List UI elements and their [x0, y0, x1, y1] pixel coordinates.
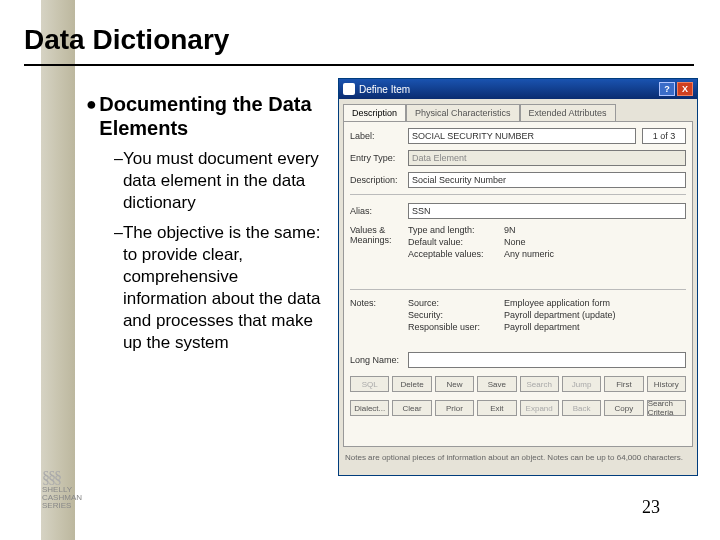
first-button[interactable]: First — [604, 376, 643, 392]
decorative-side-bar — [41, 0, 75, 540]
button-row-1: SQL Delete New Save Search Jump First Hi… — [350, 376, 686, 392]
divider — [350, 194, 686, 195]
bullet-sub2-text: The objective is the same: to provide cl… — [123, 222, 326, 354]
description-field[interactable]: Social Security Number — [408, 172, 686, 188]
kv-val: None — [504, 237, 526, 247]
jump-button[interactable]: Jump — [562, 376, 601, 392]
long-name-field[interactable] — [408, 352, 686, 368]
bullet-dash: – — [114, 148, 123, 214]
kv-val: 9N — [504, 225, 516, 235]
slide-title: Data Dictionary — [24, 24, 229, 56]
search-criteria-button[interactable]: Search Criteria — [647, 400, 686, 416]
kv-key: Type and length: — [408, 225, 504, 235]
define-item-dialog: Define Item ? X Description Physical Cha… — [338, 78, 698, 476]
notes-box: Source:Employee application form Securit… — [408, 298, 686, 334]
help-button[interactable]: ? — [659, 82, 675, 96]
kv-val: Payroll department (update) — [504, 310, 616, 320]
app-icon — [343, 83, 355, 95]
bullet-level2: – The objective is the same: to provide … — [114, 222, 326, 354]
bullet-level1: ● Documenting the Data Elements — [86, 92, 326, 140]
values-box: Type and length:9N Default value:None Ac… — [408, 225, 686, 261]
sql-button[interactable]: SQL — [350, 376, 389, 392]
record-counter: 1 of 3 — [642, 128, 686, 144]
tab-physical[interactable]: Physical Characteristics — [406, 104, 520, 122]
kv-val: Any numeric — [504, 249, 554, 259]
bullet-list: ● Documenting the Data Elements – You mu… — [86, 92, 326, 354]
divider — [350, 289, 686, 290]
close-button[interactable]: X — [677, 82, 693, 96]
bullet-dot: ● — [86, 92, 99, 140]
long-name-label: Long Name: — [350, 355, 408, 365]
description-label: Description: — [350, 175, 408, 185]
notes-label: Notes: — [350, 298, 408, 334]
label-field[interactable]: SOCIAL SECURITY NUMBER — [408, 128, 636, 144]
tab-extended[interactable]: Extended Attributes — [520, 104, 616, 122]
exit-button[interactable]: Exit — [477, 400, 516, 416]
button-row-2: Dialect... Clear Prior Exit Expand Back … — [350, 400, 686, 416]
back-button[interactable]: Back — [562, 400, 601, 416]
tab-panel: Label: SOCIAL SECURITY NUMBER 1 of 3 Ent… — [343, 121, 693, 447]
bullet-sub1-text: You must document every data element in … — [123, 148, 326, 214]
history-button[interactable]: History — [647, 376, 686, 392]
dialog-footnote: Notes are optional pieces of information… — [339, 453, 697, 467]
delete-button[interactable]: Delete — [392, 376, 431, 392]
kv-key: Security: — [408, 310, 504, 320]
title-underline — [24, 64, 694, 66]
page-number: 23 — [642, 497, 660, 518]
dialog-titlebar[interactable]: Define Item ? X — [339, 79, 697, 99]
bullet-dash: – — [114, 222, 123, 354]
tab-strip: Description Physical Characteristics Ext… — [339, 99, 697, 121]
entry-type-label: Entry Type: — [350, 153, 408, 163]
alias-label: Alias: — [350, 206, 408, 216]
kv-key: Default value: — [408, 237, 504, 247]
alias-field[interactable]: SSN — [408, 203, 686, 219]
kv-key: Acceptable values: — [408, 249, 504, 259]
label-label: Label: — [350, 131, 408, 141]
dialect-button[interactable]: Dialect... — [350, 400, 389, 416]
series-logo: §§§ SHELLY CASHMAN SERIES — [42, 470, 112, 510]
dialog-title-text: Define Item — [359, 84, 410, 95]
copy-button[interactable]: Copy — [604, 400, 643, 416]
entry-type-field: Data Element — [408, 150, 686, 166]
kv-val: Employee application form — [504, 298, 610, 308]
save-button[interactable]: Save — [477, 376, 516, 392]
new-button[interactable]: New — [435, 376, 474, 392]
search-button[interactable]: Search — [520, 376, 559, 392]
prior-button[interactable]: Prior — [435, 400, 474, 416]
values-label: Values & Meanings: — [350, 225, 408, 261]
tab-description[interactable]: Description — [343, 104, 406, 122]
expand-button[interactable]: Expand — [520, 400, 559, 416]
clear-button[interactable]: Clear — [392, 400, 431, 416]
kv-key: Responsible user: — [408, 322, 504, 332]
kv-val: Payroll department — [504, 322, 580, 332]
bullet-level2: – You must document every data element i… — [114, 148, 326, 214]
bullet-main-text: Documenting the Data Elements — [99, 92, 326, 140]
kv-key: Source: — [408, 298, 504, 308]
logo-line: SERIES — [42, 502, 112, 510]
